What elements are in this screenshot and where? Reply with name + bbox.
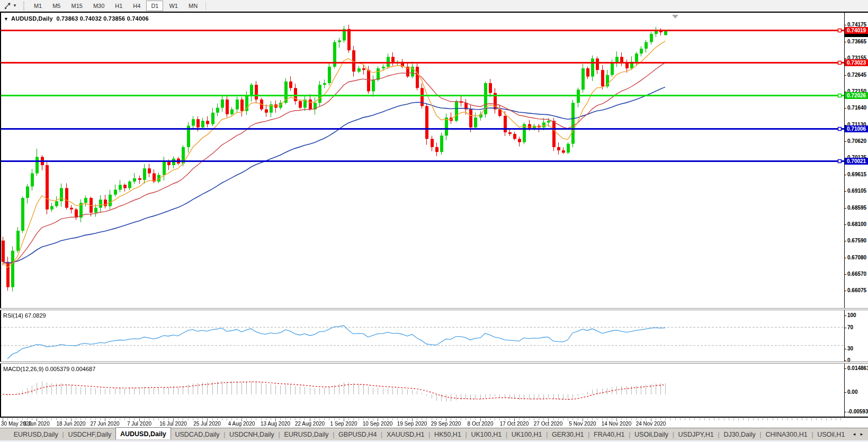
tab-ger30-h1[interactable]: GER30,H1 <box>548 428 588 440</box>
tab-eurusd-daily[interactable]: EURUSD,Daily <box>10 428 62 440</box>
pane-resize-handle-macd[interactable] <box>0 362 868 364</box>
date-label: 5 Nov 2020 <box>569 421 596 427</box>
tab-audusd-daily[interactable]: AUDUSD,Daily <box>115 427 171 439</box>
date-label: 13 Aug 2020 <box>261 421 290 427</box>
chevron-down-icon[interactable]: ▼ <box>13 3 17 8</box>
date-label: 10 Sep 2020 <box>363 421 393 427</box>
price-tick-label: 0.67080 <box>847 255 866 261</box>
price-tick-label: 0.69615 <box>847 172 866 178</box>
chart-ohlc-values: 0.73863 0.74032 0.73856 0.74006 <box>56 15 148 22</box>
tab-scroll-left-icon[interactable]: ◄ <box>852 432 856 437</box>
timeframe-button-m30[interactable]: M30 <box>88 1 109 11</box>
date-label: 24 Nov 2020 <box>636 421 666 427</box>
tab-usoil-daily[interactable]: USOil,Daily <box>630 428 672 440</box>
date-label: 14 Nov 2020 <box>602 421 632 427</box>
date-label: 8 Oct 2020 <box>468 421 494 427</box>
pointer-tool-button[interactable]: ▼ <box>2 2 19 10</box>
date-label: 1 Sep 2020 <box>330 421 357 427</box>
tab-gbpusd-h4[interactable]: GBPUSD,H4 <box>334 428 381 440</box>
date-label: 7 Jul 2020 <box>127 421 151 427</box>
chart-title: ▼AUDUSD,Daily 0.73863 0.74032 0.73856 0.… <box>4 15 149 22</box>
date-label: 22 Aug 2020 <box>295 421 325 427</box>
chart-border-left <box>0 12 1 418</box>
macd-scale-label: -0.005938 <box>847 409 868 415</box>
top-toolbar: ▼ M1M5M15M30H1H4D1W1MN <box>0 0 868 12</box>
timeframe-button-d1[interactable]: D1 <box>146 1 163 11</box>
tab-usdcnh-daily[interactable]: USDCNH,Daily <box>225 428 278 440</box>
timeframe-button-h1[interactable]: H1 <box>110 1 127 11</box>
tab-scroll-right-icon[interactable]: ► <box>860 432 864 437</box>
toolbar-separator <box>205 2 206 10</box>
price-tick-label: 0.68595 <box>847 205 866 211</box>
rsi-scale-label: 30 <box>847 346 853 352</box>
price-level-badge: 0.71006 <box>845 125 868 132</box>
date-label: 17 Oct 2020 <box>500 421 529 427</box>
tab-dj30-daily[interactable]: DJ30,Daily <box>720 428 760 440</box>
chart-tab-bar: EURUSD,Daily|USDCHF,DailyAUDUSD,DailyUSD… <box>0 428 868 440</box>
tab-xauusd-h1[interactable]: XAUUSD,H1 <box>382 428 428 440</box>
timeframe-button-m5[interactable]: M5 <box>48 1 65 11</box>
tab-uk100-h1[interactable]: UK100,H1 <box>467 428 506 440</box>
date-label: 4 Aug 2020 <box>228 421 255 427</box>
date-label: 16 Jul 2020 <box>159 421 187 427</box>
timeframe-button-mn[interactable]: MN <box>184 1 202 11</box>
price-tick-label: 0.73665 <box>847 39 866 45</box>
date-label: 27 Oct 2020 <box>534 421 562 427</box>
price-tick-label: 0.71640 <box>847 105 866 111</box>
date-label: 18 Jun 2020 <box>56 421 85 427</box>
price-level-badge: 0.72026 <box>845 92 868 99</box>
macd-label: MACD(12,26,9) 0.005379 0.004687 <box>3 366 95 372</box>
price-axis: 0.741750.736650.731550.726450.721500.716… <box>844 13 868 417</box>
price-tick-label: 0.66570 <box>847 271 866 277</box>
tab-china300-h1[interactable]: CHINA300,H1 <box>762 428 812 440</box>
price-tick-label: 0.68100 <box>847 221 866 228</box>
price-tick-label: 0.67590 <box>847 238 866 244</box>
timeframe-button-h4[interactable]: H4 <box>128 1 145 11</box>
timeframe-button-m15[interactable]: M15 <box>66 1 87 11</box>
timeframe-button-m1[interactable]: M1 <box>29 1 47 11</box>
tab-eurusd-daily[interactable]: EURUSD,Daily <box>280 428 333 440</box>
rsi-scale-label: 70 <box>847 324 853 331</box>
time-axis: 30 May 20209 Jun 202018 Jun 202027 Jun 2… <box>0 418 868 428</box>
chart-border-top <box>0 12 868 13</box>
rsi-label: RSI(14) 67.0829 <box>3 312 46 319</box>
price-tick-label: 0.66075 <box>847 287 866 294</box>
chart-symbol-label: AUDUSD,Daily <box>11 15 53 22</box>
date-label: 25 Jul 2020 <box>193 421 221 427</box>
rsi-indicator-canvas[interactable] <box>0 310 844 362</box>
tab-usdjpy-h1[interactable]: USDJPY,H1 <box>674 428 718 440</box>
chart-border-bottom <box>0 417 868 418</box>
tab-scroll-arrows: ◄► <box>849 428 868 440</box>
tab-usdcad-daily[interactable]: USDCAD,Daily <box>171 428 224 440</box>
price-level-badge: 0.70021 <box>845 158 868 165</box>
date-label: 9 Jun 2020 <box>23 421 50 427</box>
toolbar-grip[interactable] <box>23 2 25 10</box>
tab-usdchf-daily[interactable]: USDCHF,Daily <box>64 428 115 440</box>
price-tick-label: 0.70620 <box>847 138 866 145</box>
price-level-badge: 0.74019 <box>845 27 868 34</box>
collapse-triangle-icon[interactable]: ▼ <box>4 16 8 22</box>
date-label: 27 Jun 2020 <box>90 421 119 427</box>
rsi-scale-label: 100 <box>847 312 856 319</box>
tab-usoil-h1[interactable]: USOil,H1 <box>813 428 849 440</box>
macd-scale-label: 0.00 <box>847 389 857 395</box>
price-tick-label: 0.72645 <box>847 72 866 78</box>
tab-hk50-h1[interactable]: HK50,H1 <box>430 428 465 440</box>
timeframe-button-w1[interactable]: W1 <box>164 1 183 11</box>
macd-scale-label: 0.014861 <box>847 365 868 372</box>
chart-window: ▼AUDUSD,Daily 0.73863 0.74032 0.73856 0.… <box>0 12 868 418</box>
macd-indicator-canvas[interactable] <box>0 364 844 417</box>
pointer-tool-icon <box>4 2 12 10</box>
pane-resize-handle-rsi[interactable] <box>0 308 868 310</box>
price-level-badge: 0.73023 <box>845 59 868 66</box>
price-tick-label: 0.69105 <box>847 188 866 194</box>
date-label: 29 Sep 2020 <box>431 421 461 427</box>
tab-uk100-h1[interactable]: UK100,H1 <box>507 428 546 440</box>
date-label: 19 Sep 2020 <box>397 421 427 427</box>
tab-fra40-h1[interactable]: FRA40,H1 <box>589 428 629 440</box>
price-chart-canvas[interactable] <box>0 13 844 308</box>
